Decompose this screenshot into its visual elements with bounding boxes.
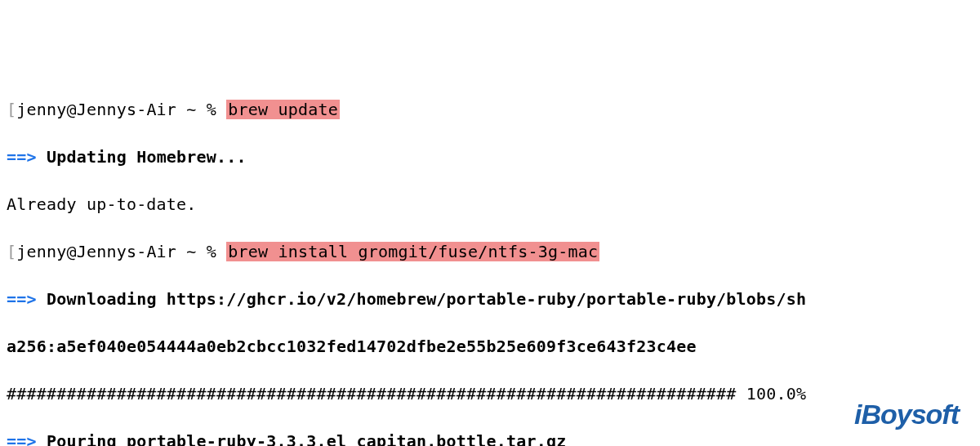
progress-line: ########################################… xyxy=(7,382,973,406)
command-brew-update: brew update xyxy=(226,100,340,119)
prompt-user-host: jenny@Jennys-Air ~ % xyxy=(16,242,226,261)
downloading-text: Downloading https://ghcr.io/v2/homebrew/… xyxy=(37,289,807,309)
bracket-open: [ xyxy=(7,242,16,261)
pouring-line: ==> Pouring portable-ruby-3.3.3.el_capit… xyxy=(7,430,973,446)
arrow-icon: ==> xyxy=(7,289,37,309)
updating-line: ==> Updating Homebrew... xyxy=(7,145,973,169)
already-line: Already up-to-date. xyxy=(7,193,973,216)
prompt-user-host: jenny@Jennys-Air ~ % xyxy=(16,100,226,119)
arrow-icon: ==> xyxy=(7,431,37,446)
pouring-text: Pouring portable-ruby-3.3.3.el_capitan.b… xyxy=(37,431,567,446)
downloading-line: ==> Downloading https://ghcr.io/v2/homeb… xyxy=(7,288,973,311)
sha-line: a256:a5ef040e054444a0eb2cbcc1032fed14702… xyxy=(7,335,973,359)
prompt-line-2[interactable]: [jenny@Jennys-Air ~ % brew install gromg… xyxy=(7,240,973,264)
bracket-open: [ xyxy=(7,100,16,119)
arrow-icon: ==> xyxy=(7,147,37,167)
prompt-line-1[interactable]: [jenny@Jennys-Air ~ % brew update xyxy=(7,98,973,122)
updating-text: Updating Homebrew... xyxy=(37,147,247,167)
command-brew-install: brew install gromgit/fuse/ntfs-3g-mac xyxy=(226,242,599,261)
